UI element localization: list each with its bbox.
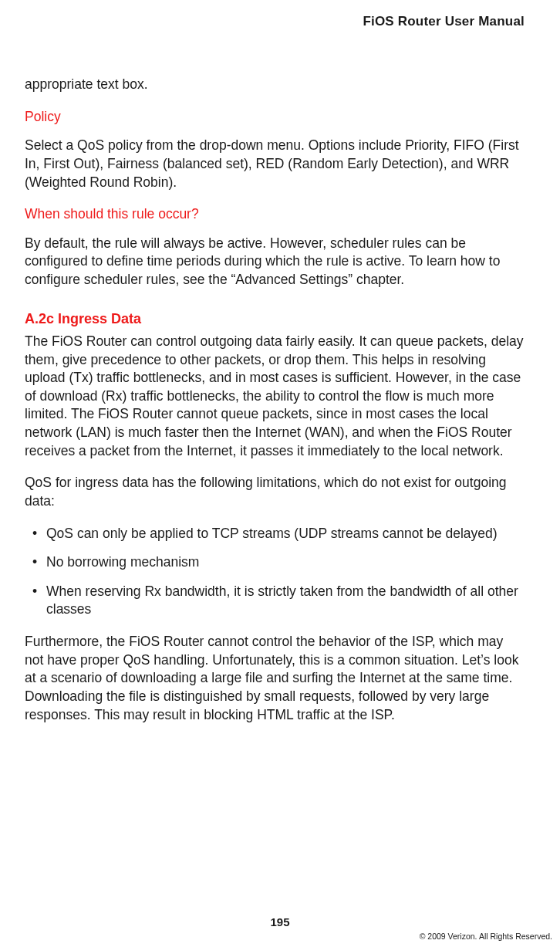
ingress-limitations-list: QoS can only be applied to TCP streams (… bbox=[25, 525, 525, 620]
list-item: QoS can only be applied to TCP streams (… bbox=[25, 525, 525, 543]
heading-policy: Policy bbox=[25, 108, 525, 127]
continuation-line: appropriate text box. bbox=[25, 76, 525, 94]
paragraph-ingress-3: Furthermore, the FiOS Router cannot cont… bbox=[25, 633, 525, 724]
document-page: FiOS Router User Manual appropriate text… bbox=[0, 0, 560, 947]
paragraph-ingress-1: The FiOS Router can control outgoing dat… bbox=[25, 333, 525, 460]
manual-title: FiOS Router User Manual bbox=[363, 14, 525, 29]
heading-ingress-data: A.2c Ingress Data bbox=[25, 309, 525, 328]
paragraph-policy: Select a QoS policy from the drop-down m… bbox=[25, 137, 525, 191]
running-header: FiOS Router User Manual bbox=[363, 14, 525, 29]
page-body: appropriate text box. Policy Select a Qo… bbox=[25, 76, 525, 738]
page-number: 195 bbox=[0, 915, 560, 928]
paragraph-ingress-2: QoS for ingress data has the following l… bbox=[25, 474, 525, 510]
copyright-line: © 2009 Verizon. All Rights Reserved. bbox=[420, 932, 552, 941]
list-item: When reserving Rx bandwidth, it is stric… bbox=[25, 583, 525, 619]
paragraph-when-rule: By default, the rule will always be acti… bbox=[25, 235, 525, 289]
list-item: No borrowing mechanism bbox=[25, 553, 525, 572]
heading-when-rule: When should this rule occur? bbox=[25, 205, 525, 224]
